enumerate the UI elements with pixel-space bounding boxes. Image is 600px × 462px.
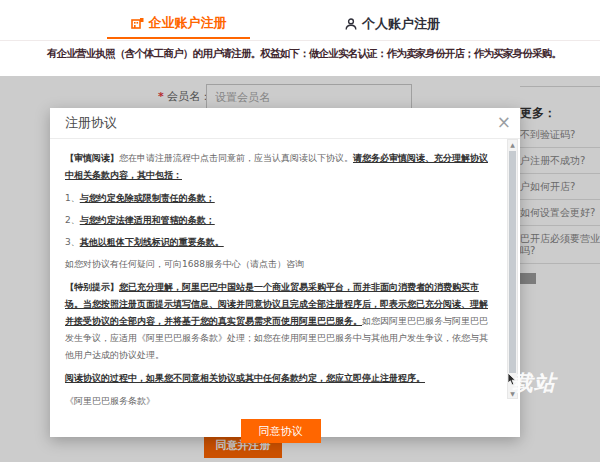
close-icon[interactable]: × xyxy=(497,111,511,133)
terms-link-row: 《阿里巴巴服务条款》 xyxy=(65,393,496,410)
registration-page: 企业账户注册 个人账户注册 有企业营业执照（含个体工商户）的用户请注册。权益如下… xyxy=(0,0,600,462)
tab-label: 个人账户注册 xyxy=(362,15,440,33)
agree-button-row: 同意协议 xyxy=(65,419,496,443)
clause-item: 3、其他以粗体下划线标识的重要条款。 xyxy=(65,234,496,251)
agreement-modal: 注册协议 × 【审慎阅读】您在申请注册流程中点击同意前，应当认真阅读以下协议。请… xyxy=(50,108,520,437)
scroll-up-icon[interactable]: ▲ xyxy=(508,140,517,149)
site-watermark: 载站 xyxy=(512,369,556,397)
clause-item: 2、与您约定法律适用和管辖的条款； xyxy=(65,212,496,229)
modal-scrollbar[interactable]: ▲ ▼ xyxy=(507,139,518,399)
modal-title-bar: 注册协议 × xyxy=(50,108,520,139)
building-icon xyxy=(131,17,144,29)
person-icon xyxy=(345,18,357,30)
scrollbar-thumb[interactable] xyxy=(509,151,516,373)
tab-label: 企业账户注册 xyxy=(149,14,227,32)
service-terms-link[interactable]: 《阿里巴巴服务条款》 xyxy=(65,396,155,406)
agreement-text: 【审慎阅读】您在申请注册流程中点击同意前，应当认真阅读以下协议。请您务必审慎阅读… xyxy=(50,139,520,443)
paragraph-stop-registration: 阅读协议的过程中，如果您不同意相关协议或其中任何条款约定，您应立即停止注册程序。 xyxy=(65,370,496,387)
tab-personal-register[interactable]: 个人账户注册 xyxy=(321,8,464,39)
tab-enterprise-register[interactable]: 企业账户注册 xyxy=(107,8,250,39)
benefits-note: 有企业营业执照（含个体工商户）的用户请注册。权益如下：做企业实名认证：作为卖家身… xyxy=(47,47,563,61)
clause-item: 1、与您约定免除或限制责任的条款； xyxy=(65,190,496,207)
paragraph-special-notice: 【特别提示】您已充分理解，阿里巴巴中国站是一个商业贸易采购平台，而并非面向消费者… xyxy=(65,279,496,364)
agree-agreement-button[interactable]: 同意协议 xyxy=(241,419,321,443)
tab-bar: 企业账户注册 个人账户注册 xyxy=(0,0,600,41)
paragraph-service-center: 如您对协议有任何疑问，可向1688服务中心（请点击）咨询 xyxy=(65,256,496,273)
modal-title: 注册协议 xyxy=(65,115,117,130)
mouse-cursor xyxy=(507,373,517,386)
paragraph-careful-reading: 【审慎阅读】您在申请注册流程中点击同意前，应当认真阅读以下协议。请您务必审慎阅读… xyxy=(65,150,496,184)
